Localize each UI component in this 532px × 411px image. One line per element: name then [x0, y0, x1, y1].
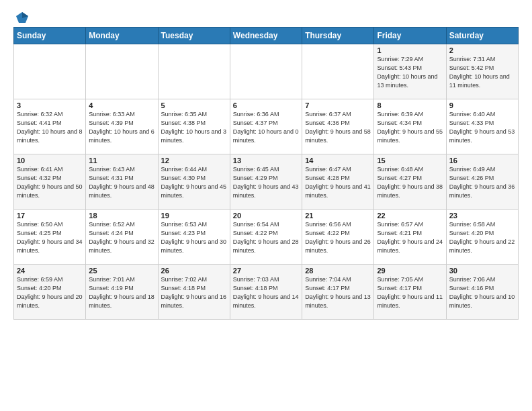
day-number: 5	[161, 101, 227, 109]
day-number: 24	[17, 267, 83, 275]
calendar-week-row: 10Sunrise: 6:41 AM Sunset: 4:32 PM Dayli…	[14, 154, 519, 210]
day-of-week-monday: Monday	[86, 28, 158, 44]
calendar-week-row: 1Sunrise: 7:29 AM Sunset: 5:43 PM Daylig…	[14, 44, 519, 99]
day-info: Sunrise: 7:04 AM Sunset: 4:17 PM Dayligh…	[305, 275, 371, 310]
day-number: 19	[161, 212, 227, 220]
day-number: 14	[305, 156, 371, 165]
day-info: Sunrise: 6:37 AM Sunset: 4:36 PM Dayligh…	[305, 110, 371, 145]
day-info: Sunrise: 6:45 AM Sunset: 4:29 PM Dayligh…	[233, 165, 299, 200]
calendar-day-cell: 1Sunrise: 7:29 AM Sunset: 5:43 PM Daylig…	[374, 44, 446, 99]
calendar-day-cell	[14, 44, 86, 99]
day-info: Sunrise: 6:54 AM Sunset: 4:22 PM Dayligh…	[233, 220, 299, 255]
day-info: Sunrise: 6:40 AM Sunset: 4:33 PM Dayligh…	[449, 110, 515, 145]
day-number: 17	[17, 212, 83, 220]
day-number: 11	[89, 156, 154, 165]
calendar-day-cell: 7Sunrise: 6:37 AM Sunset: 4:36 PM Daylig…	[302, 99, 374, 154]
day-info: Sunrise: 6:53 AM Sunset: 4:23 PM Dayligh…	[161, 220, 227, 255]
calendar-day-cell: 23Sunrise: 6:58 AM Sunset: 4:20 PM Dayli…	[446, 210, 518, 265]
calendar-day-cell: 28Sunrise: 7:04 AM Sunset: 4:17 PM Dayli…	[302, 265, 374, 320]
day-info: Sunrise: 6:33 AM Sunset: 4:39 PM Dayligh…	[89, 110, 154, 145]
day-number: 1	[377, 46, 443, 54]
day-info: Sunrise: 7:05 AM Sunset: 4:17 PM Dayligh…	[377, 275, 443, 310]
calendar-day-cell: 3Sunrise: 6:32 AM Sunset: 4:41 PM Daylig…	[14, 99, 86, 154]
day-of-week-sunday: Sunday	[14, 28, 86, 44]
day-info: Sunrise: 6:56 AM Sunset: 4:22 PM Dayligh…	[305, 220, 371, 255]
day-info: Sunrise: 6:59 AM Sunset: 4:20 PM Dayligh…	[17, 275, 83, 310]
day-of-week-tuesday: Tuesday	[158, 28, 230, 44]
day-info: Sunrise: 7:02 AM Sunset: 4:18 PM Dayligh…	[161, 275, 227, 310]
calendar-table: SundayMondayTuesdayWednesdayThursdayFrid…	[13, 27, 519, 320]
day-number: 23	[449, 212, 515, 220]
day-of-week-wednesday: Wednesday	[230, 28, 302, 44]
calendar-day-cell: 17Sunrise: 6:50 AM Sunset: 4:25 PM Dayli…	[14, 210, 86, 265]
day-info: Sunrise: 7:29 AM Sunset: 5:43 PM Dayligh…	[377, 55, 443, 90]
day-info: Sunrise: 6:52 AM Sunset: 4:24 PM Dayligh…	[89, 220, 154, 255]
day-info: Sunrise: 6:50 AM Sunset: 4:25 PM Dayligh…	[17, 220, 83, 255]
day-info: Sunrise: 6:48 AM Sunset: 4:27 PM Dayligh…	[377, 165, 443, 200]
calendar-day-cell: 8Sunrise: 6:39 AM Sunset: 4:34 PM Daylig…	[374, 99, 446, 154]
calendar-day-cell: 24Sunrise: 6:59 AM Sunset: 4:20 PM Dayli…	[14, 265, 86, 320]
day-info: Sunrise: 6:32 AM Sunset: 4:41 PM Dayligh…	[17, 110, 83, 145]
day-header-row: SundayMondayTuesdayWednesdayThursdayFrid…	[14, 28, 519, 44]
day-info: Sunrise: 6:57 AM Sunset: 4:21 PM Dayligh…	[377, 220, 443, 255]
day-number: 25	[89, 267, 154, 275]
calendar-day-cell: 5Sunrise: 6:35 AM Sunset: 4:38 PM Daylig…	[158, 99, 230, 154]
day-info: Sunrise: 7:03 AM Sunset: 4:18 PM Dayligh…	[233, 275, 299, 310]
day-of-week-friday: Friday	[374, 28, 446, 44]
calendar-day-cell: 16Sunrise: 6:49 AM Sunset: 4:26 PM Dayli…	[446, 154, 518, 210]
calendar-body: 1Sunrise: 7:29 AM Sunset: 5:43 PM Daylig…	[14, 44, 519, 320]
calendar-day-cell: 18Sunrise: 6:52 AM Sunset: 4:24 PM Dayli…	[86, 210, 158, 265]
day-number: 27	[233, 267, 299, 275]
calendar-day-cell	[86, 44, 158, 99]
day-info: Sunrise: 6:49 AM Sunset: 4:26 PM Dayligh…	[449, 165, 515, 200]
calendar-day-cell	[302, 44, 374, 99]
day-number: 28	[305, 267, 371, 275]
calendar-day-cell: 27Sunrise: 7:03 AM Sunset: 4:18 PM Dayli…	[230, 265, 302, 320]
calendar-day-cell: 12Sunrise: 6:44 AM Sunset: 4:30 PM Dayli…	[158, 154, 230, 210]
day-number: 8	[377, 101, 443, 109]
logo	[13, 11, 30, 23]
day-of-week-thursday: Thursday	[302, 28, 374, 44]
calendar-day-cell: 19Sunrise: 6:53 AM Sunset: 4:23 PM Dayli…	[158, 210, 230, 265]
day-info: Sunrise: 6:39 AM Sunset: 4:34 PM Dayligh…	[377, 110, 443, 145]
day-number: 4	[89, 101, 154, 109]
calendar-day-cell: 30Sunrise: 7:06 AM Sunset: 4:16 PM Dayli…	[446, 265, 518, 320]
day-number: 9	[449, 101, 515, 109]
day-number: 12	[161, 156, 227, 165]
calendar-header: SundayMondayTuesdayWednesdayThursdayFrid…	[14, 28, 519, 44]
calendar-day-cell: 15Sunrise: 6:48 AM Sunset: 4:27 PM Dayli…	[374, 154, 446, 210]
logo-flag-icon	[15, 11, 30, 26]
calendar-day-cell: 13Sunrise: 6:45 AM Sunset: 4:29 PM Dayli…	[230, 154, 302, 210]
calendar-day-cell: 4Sunrise: 6:33 AM Sunset: 4:39 PM Daylig…	[86, 99, 158, 154]
calendar-week-row: 17Sunrise: 6:50 AM Sunset: 4:25 PM Dayli…	[14, 210, 519, 265]
day-info: Sunrise: 7:06 AM Sunset: 4:16 PM Dayligh…	[449, 275, 515, 310]
day-number: 30	[449, 267, 515, 275]
day-number: 7	[305, 101, 371, 109]
day-number: 6	[233, 101, 299, 109]
calendar-day-cell: 21Sunrise: 6:56 AM Sunset: 4:22 PM Dayli…	[302, 210, 374, 265]
day-info: Sunrise: 6:44 AM Sunset: 4:30 PM Dayligh…	[161, 165, 227, 200]
calendar-day-cell: 25Sunrise: 7:01 AM Sunset: 4:19 PM Dayli…	[86, 265, 158, 320]
day-number: 3	[17, 101, 83, 109]
day-info: Sunrise: 6:47 AM Sunset: 4:28 PM Dayligh…	[305, 165, 371, 200]
calendar-day-cell: 11Sunrise: 6:43 AM Sunset: 4:31 PM Dayli…	[86, 154, 158, 210]
day-info: Sunrise: 6:41 AM Sunset: 4:32 PM Dayligh…	[17, 165, 83, 200]
calendar-day-cell: 22Sunrise: 6:57 AM Sunset: 4:21 PM Dayli…	[374, 210, 446, 265]
day-info: Sunrise: 6:43 AM Sunset: 4:31 PM Dayligh…	[89, 165, 154, 200]
calendar-day-cell	[158, 44, 230, 99]
day-info: Sunrise: 6:35 AM Sunset: 4:38 PM Dayligh…	[161, 110, 227, 145]
day-info: Sunrise: 6:58 AM Sunset: 4:20 PM Dayligh…	[449, 220, 515, 255]
day-number: 18	[89, 212, 154, 220]
calendar-day-cell: 14Sunrise: 6:47 AM Sunset: 4:28 PM Dayli…	[302, 154, 374, 210]
calendar-day-cell: 2Sunrise: 7:31 AM Sunset: 5:42 PM Daylig…	[446, 44, 518, 99]
calendar-page: SundayMondayTuesdayWednesdayThursdayFrid…	[0, 0, 532, 411]
calendar-day-cell: 10Sunrise: 6:41 AM Sunset: 4:32 PM Dayli…	[14, 154, 86, 210]
calendar-week-row: 3Sunrise: 6:32 AM Sunset: 4:41 PM Daylig…	[14, 99, 519, 154]
day-number: 10	[17, 156, 83, 165]
day-info: Sunrise: 7:31 AM Sunset: 5:42 PM Dayligh…	[449, 55, 515, 90]
day-number: 16	[449, 156, 515, 165]
day-info: Sunrise: 7:01 AM Sunset: 4:19 PM Dayligh…	[89, 275, 154, 310]
calendar-day-cell: 26Sunrise: 7:02 AM Sunset: 4:18 PM Dayli…	[158, 265, 230, 320]
day-number: 26	[161, 267, 227, 275]
calendar-day-cell: 29Sunrise: 7:05 AM Sunset: 4:17 PM Dayli…	[374, 265, 446, 320]
